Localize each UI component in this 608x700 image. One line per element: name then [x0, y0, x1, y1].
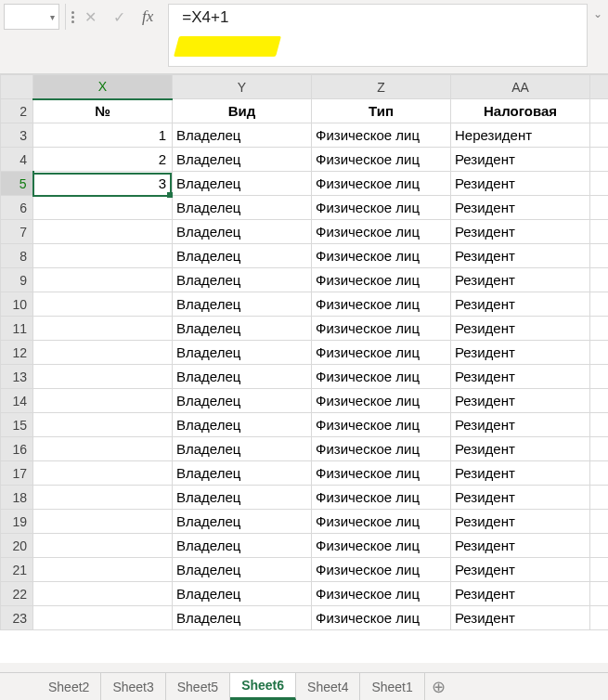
cell[interactable]: Владелец [173, 123, 312, 148]
chevron-down-icon[interactable]: ▾ [50, 12, 55, 22]
cell[interactable]: Резидент [451, 486, 590, 510]
cell[interactable]: Владелец [173, 606, 312, 630]
confirm-icon[interactable]: ✓ [113, 8, 125, 26]
cell[interactable]: Физическое лиц [312, 317, 451, 341]
sheet-tab[interactable]: Sheet6 [230, 673, 296, 700]
cell[interactable]: Физическое лиц [312, 292, 451, 317]
sheet-tab[interactable]: Sheet1 [360, 673, 424, 700]
fx-icon[interactable]: fx [142, 7, 153, 26]
column-header-X[interactable]: X [33, 75, 173, 99]
row-header[interactable]: 4 [1, 148, 33, 172]
row-header[interactable]: 2 [1, 99, 33, 123]
cell[interactable]: Владелец [173, 461, 312, 486]
cell[interactable]: Резидент [451, 389, 590, 413]
select-all-corner[interactable] [1, 75, 33, 99]
cell[interactable]: Резидент [451, 510, 590, 534]
column-header-Z[interactable]: Z [312, 75, 451, 99]
cell[interactable] [33, 486, 173, 510]
cell[interactable]: Резидент [451, 534, 590, 558]
cell[interactable] [33, 365, 173, 389]
cell[interactable] [33, 292, 173, 317]
cell[interactable] [33, 196, 173, 220]
cell[interactable]: Резидент [451, 317, 590, 341]
cell[interactable] [590, 148, 609, 172]
cell[interactable] [33, 389, 173, 413]
cell[interactable]: 2 [33, 148, 173, 172]
cell[interactable] [590, 365, 609, 389]
drag-handle[interactable] [71, 4, 77, 30]
cell[interactable]: Владелец [173, 558, 312, 582]
row-header[interactable]: 10 [1, 292, 33, 317]
cell[interactable]: Физическое лиц [312, 534, 451, 558]
row-header[interactable]: 22 [1, 582, 33, 606]
cell[interactable]: Физическое лиц [312, 365, 451, 389]
cell[interactable]: Владелец [173, 389, 312, 413]
cell[interactable]: Физическое лиц [312, 220, 451, 244]
column-header-Y[interactable]: Y [173, 75, 312, 99]
column-header-AA[interactable]: AA [451, 75, 590, 99]
row-header[interactable]: 17 [1, 461, 33, 486]
row-header[interactable]: 13 [1, 365, 33, 389]
cell[interactable] [33, 268, 173, 292]
row-header[interactable]: 9 [1, 268, 33, 292]
spreadsheet-grid[interactable]: X Y Z AA 2№ВидТипНалоговая31ВладелецФизи… [0, 74, 608, 663]
cell[interactable] [590, 341, 609, 365]
cell[interactable] [590, 606, 609, 630]
cell[interactable] [590, 534, 609, 558]
cell[interactable]: Резидент [451, 148, 590, 172]
expand-formula-icon[interactable]: ⌄ [591, 4, 604, 67]
cell[interactable]: Владелец [173, 437, 312, 461]
cell[interactable]: Физическое лиц [312, 172, 451, 196]
cell[interactable]: Резидент [451, 461, 590, 486]
sheet-tab[interactable]: Sheet5 [166, 673, 230, 700]
cell[interactable]: Владелец [173, 341, 312, 365]
cell[interactable] [590, 244, 609, 268]
cell[interactable]: Владелец [173, 413, 312, 437]
cell[interactable]: Владелец [173, 510, 312, 534]
cell[interactable] [590, 510, 609, 534]
row-header[interactable]: 3 [1, 123, 33, 148]
cell[interactable]: Физическое лиц [312, 437, 451, 461]
name-box[interactable]: ▾ [4, 4, 59, 30]
cell[interactable]: Владелец [173, 486, 312, 510]
row-header[interactable]: 5 [1, 172, 33, 196]
row-header[interactable]: 8 [1, 244, 33, 268]
cell[interactable]: Владелец [173, 365, 312, 389]
cell[interactable] [590, 461, 609, 486]
cell[interactable] [590, 413, 609, 437]
cell[interactable]: Владелец [173, 582, 312, 606]
row-header[interactable]: 12 [1, 341, 33, 365]
cell[interactable]: Резидент [451, 220, 590, 244]
cell[interactable]: Владелец [173, 534, 312, 558]
cell[interactable]: Владелец [173, 148, 312, 172]
cell[interactable]: № [33, 99, 173, 123]
cell[interactable]: Физическое лиц [312, 582, 451, 606]
cell[interactable] [33, 341, 173, 365]
cell[interactable]: Физическое лиц [312, 558, 451, 582]
cell[interactable]: Резидент [451, 558, 590, 582]
cell[interactable]: 3 [33, 172, 173, 196]
formula-input[interactable]: =X4+1 [168, 4, 588, 67]
cell[interactable] [590, 268, 609, 292]
cell[interactable] [590, 558, 609, 582]
cell[interactable] [590, 437, 609, 461]
row-header[interactable]: 15 [1, 413, 33, 437]
cell[interactable] [590, 220, 609, 244]
row-header[interactable]: 18 [1, 486, 33, 510]
cell[interactable]: Владелец [173, 292, 312, 317]
row-header[interactable]: 11 [1, 317, 33, 341]
cell[interactable] [33, 582, 173, 606]
cell[interactable]: Резидент [451, 172, 590, 196]
sheet-tab[interactable]: Sheet3 [101, 673, 165, 700]
row-header[interactable]: 23 [1, 606, 33, 630]
cell[interactable] [590, 582, 609, 606]
cell[interactable]: Физическое лиц [312, 196, 451, 220]
cell[interactable]: Резидент [451, 365, 590, 389]
cell[interactable]: Владелец [173, 244, 312, 268]
cell[interactable] [33, 510, 173, 534]
cell[interactable] [590, 292, 609, 317]
cell[interactable]: Резидент [451, 244, 590, 268]
row-header[interactable]: 21 [1, 558, 33, 582]
cell[interactable]: Нерезидент [451, 123, 590, 148]
cell[interactable]: Физическое лиц [312, 268, 451, 292]
